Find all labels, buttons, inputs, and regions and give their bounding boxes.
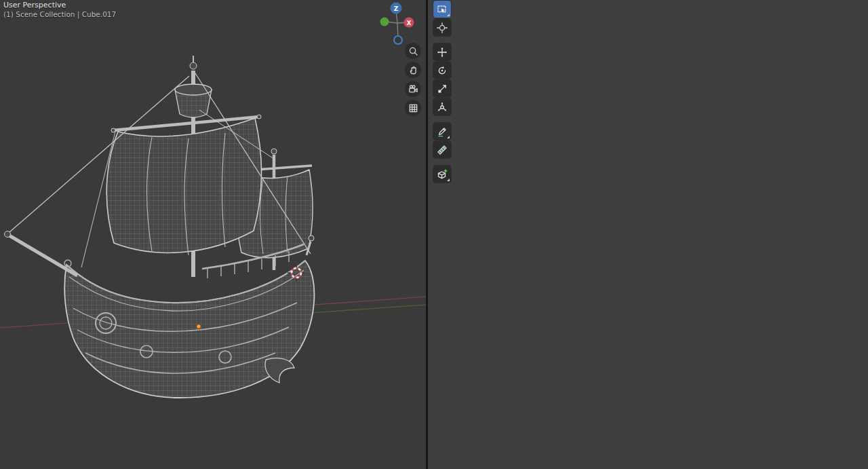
stern-fin (265, 358, 294, 383)
zoom-icon (408, 46, 418, 56)
axis-y-handle[interactable] (380, 18, 389, 26)
viewport-solid[interactable]: Z X (428, 0, 868, 469)
axis-x-label: X (407, 20, 412, 26)
tool-rotate[interactable] (433, 62, 451, 79)
mizzen-mast-cap (271, 149, 277, 154)
pan-hand-icon (408, 65, 418, 75)
main-mast-cap (190, 62, 197, 69)
select-box-icon (437, 4, 448, 15)
tool-shelf (433, 1, 452, 184)
axis-negz-handle[interactable] (394, 36, 402, 44)
stern-knob (309, 236, 314, 241)
add-cube-icon (437, 169, 448, 180)
ship-group[interactable] (5, 56, 315, 398)
tool-scale[interactable] (433, 80, 451, 97)
orthographic-toggle-button[interactable] (405, 100, 421, 116)
ship-model-wireframe[interactable] (1, 53, 327, 406)
object-origin-dot (195, 323, 202, 330)
move-icon (437, 47, 448, 58)
camera-view-icon (408, 84, 418, 94)
tool-measure[interactable] (433, 141, 451, 158)
tool-annotate[interactable] (433, 123, 451, 140)
tool-add-cube[interactable] (433, 166, 451, 183)
ruler-icon (437, 145, 448, 155)
view-label: User Perspective (3, 1, 66, 10)
cursor-icon (437, 22, 448, 33)
transform-icon (437, 102, 448, 113)
breadcrumb: (1) Scene Collection | Cube.017 (3, 10, 116, 19)
orthographic-grid-icon (408, 103, 418, 113)
viewport-wireframe[interactable]: User Perspective (1) Scene Collection | … (0, 0, 427, 469)
tool-box-select[interactable] (433, 1, 451, 18)
rotate-icon (437, 65, 448, 76)
cursor-3d (288, 264, 305, 282)
scale-icon (437, 83, 448, 94)
navigation-gizmo[interactable]: Z X (377, 1, 419, 45)
viewport-nav-controls (405, 43, 421, 116)
axis-z-label: Z (394, 5, 399, 12)
tool-cursor[interactable] (433, 19, 451, 36)
zoom-button[interactable] (405, 43, 421, 59)
pan-button[interactable] (405, 62, 421, 78)
blender-window: User Perspective (1) Scene Collection | … (0, 0, 868, 469)
pencil-icon (437, 126, 448, 137)
tool-transform[interactable] (433, 98, 451, 115)
viewport-divider[interactable] (426, 0, 428, 469)
bowsprit (8, 235, 77, 276)
tool-move[interactable] (433, 43, 451, 60)
camera-view-button[interactable] (405, 81, 421, 97)
